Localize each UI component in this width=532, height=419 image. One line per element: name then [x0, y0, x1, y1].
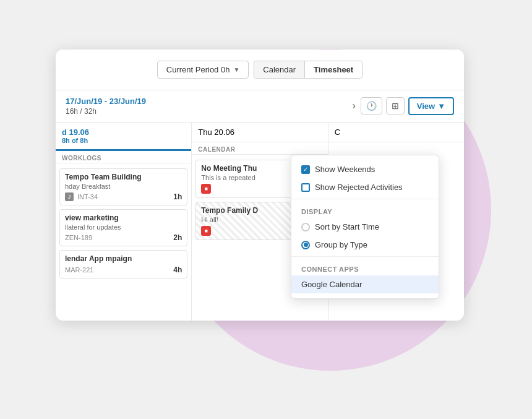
tab-timesheet[interactable]: Timesheet: [305, 61, 362, 78]
period-button[interactable]: Current Period 0h ▼: [157, 61, 249, 79]
worklog-title-3: lendar App mpaign: [65, 254, 182, 263]
day-header-1: d 19.06 8h of 8h: [56, 123, 191, 151]
grid-icon-button[interactable]: ⊞: [386, 97, 405, 114]
period-label: Current Period 0h: [166, 65, 230, 74]
show-weekends-label: Show Weekends: [315, 165, 375, 174]
dropdown-divider-1: [291, 199, 439, 199]
view-arrow-icon: ▼: [437, 102, 445, 111]
dropdown-divider-2: [291, 256, 439, 257]
day-label-1: d 19.06: [62, 127, 89, 137]
radio-group-type[interactable]: [301, 241, 310, 249]
next-period-button[interactable]: ›: [347, 98, 360, 114]
radio-sort-start[interactable]: [301, 223, 310, 231]
worklog-tag-3: MAR-221: [65, 266, 93, 274]
worklog-meta-3: MAR-221 4h: [65, 266, 182, 274]
worklog-sub-2: llateral for updates: [65, 223, 182, 231]
google-calendar-label: Google Calendar: [301, 280, 362, 289]
worklog-item-1: Tempo Team Building hday Breakfast J INT…: [59, 168, 187, 205]
radio-dot: [304, 243, 308, 247]
worklog-hours-3: 4h: [173, 266, 182, 274]
worklog-item-2: view marketing llateral for updates ZEN-…: [59, 209, 187, 246]
day-col-1: d 19.06 8h of 8h WORKLOGS Tempo Team Bui…: [56, 123, 192, 321]
group-type-label: Group by Type: [315, 240, 367, 249]
checkbox-show-rejected[interactable]: [301, 183, 310, 192]
view-dropdown-menu: ✓ Show Weekends Show Rejected Activities…: [291, 155, 439, 299]
worklog-events-1: Tempo Team Building hday Breakfast J INT…: [56, 163, 191, 283]
dropdown-item-show-weekends[interactable]: ✓ Show Weekends: [291, 160, 439, 178]
period-arrow: ▼: [233, 66, 239, 73]
date-range-title: 17/Jun/19 - 23/Jun/19: [66, 97, 347, 107]
worklog-title-2: view marketing: [65, 214, 182, 222]
show-rejected-label: Show Rejected Activities: [315, 183, 403, 192]
main-card: Current Period 0h ▼ Calendar Timesheet 1…: [56, 50, 464, 321]
toolbar: Current Period 0h ▼ Calendar Timesheet: [56, 50, 464, 90]
check-mark-icon: ✓: [303, 166, 308, 173]
calendar-actions: 🕐 ⊞ View ▼: [361, 97, 454, 115]
worklog-title-1: Tempo Team Building: [65, 173, 182, 181]
dropdown-item-google-calendar[interactable]: Google Calendar: [291, 275, 439, 293]
calendar-header: 17/Jun/19 - 23/Jun/19 16h / 32h › 🕐 ⊞ Vi…: [56, 90, 464, 123]
dropdown-item-group-type[interactable]: Group by Type: [291, 236, 439, 254]
worklog-tag-2: ZEN-189: [65, 234, 92, 241]
day-label-2: Thu 20.06: [198, 127, 234, 137]
day-hours-1: 8h of 8h: [62, 137, 185, 144]
scene: Current Period 0h ▼ Calendar Timesheet 1…: [0, 0, 532, 419]
worklog-tag-1: INT-34: [77, 193, 98, 201]
dropdown-item-sort-start[interactable]: Sort by Start Time: [291, 218, 439, 236]
view-tabs: Calendar Timesheet: [254, 61, 363, 79]
checkbox-show-weekends[interactable]: ✓: [301, 165, 310, 174]
worklog-meta-1: J INT-34 1h: [65, 192, 182, 201]
view-label: View: [417, 102, 435, 111]
day-label-3: C: [335, 127, 340, 137]
sort-start-label: Sort by Start Time: [315, 222, 379, 231]
worklog-item-3: lendar App mpaign MAR-221 4h: [59, 250, 187, 279]
worklog-meta-2: ZEN-189 2h: [65, 233, 182, 242]
clock-icon: 🕐: [366, 101, 377, 111]
tag-icon-1: J: [65, 192, 74, 201]
display-section-label: DISPLAY: [291, 202, 439, 218]
worklog-sub-1: hday Breakfast: [65, 183, 182, 190]
day-header-2: Thu 20.06: [192, 123, 327, 142]
worklogs-label: WORKLOGS: [56, 151, 191, 163]
worklog-hours-2: 2h: [173, 233, 182, 242]
connect-section-label: CONNECT APPS: [291, 259, 439, 275]
cal-event-icon-1: ■: [201, 184, 211, 194]
worklog-hours-1: 1h: [173, 192, 182, 201]
date-range: 17/Jun/19 - 23/Jun/19 16h / 32h: [66, 97, 347, 116]
clock-icon-button[interactable]: 🕐: [361, 97, 382, 114]
cal-event-icon-2: ■: [201, 226, 211, 236]
tab-calendar[interactable]: Calendar: [254, 61, 305, 78]
calendar-section-label-2: CALENDAR: [192, 142, 327, 155]
day-header-3: C: [328, 123, 464, 142]
grid-icon: ⊞: [392, 101, 399, 111]
view-button[interactable]: View ▼: [408, 97, 454, 115]
date-hours: 16h / 32h: [66, 107, 347, 116]
dropdown-item-show-rejected[interactable]: Show Rejected Activities: [291, 178, 439, 196]
